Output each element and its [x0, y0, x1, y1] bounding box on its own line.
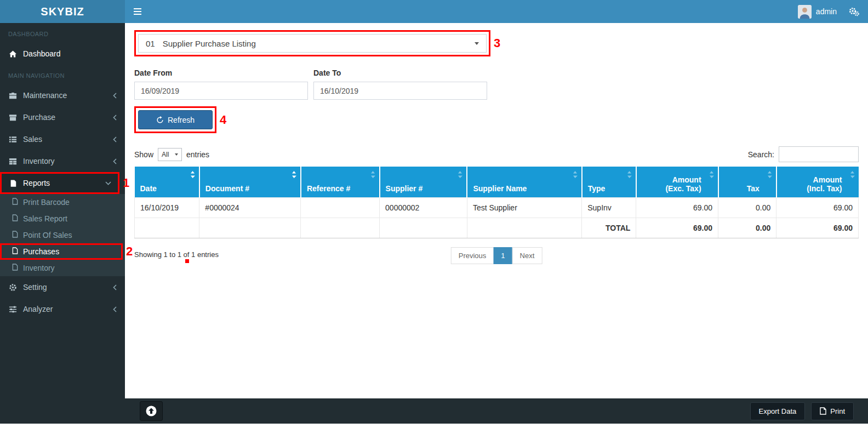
sidebar-item-reports[interactable]: Reports 1 [0, 172, 119, 194]
column-header-reference[interactable]: Reference # [301, 167, 380, 197]
submenu-item-label: Purchases [23, 247, 59, 256]
cell-type: SupInv [582, 197, 636, 218]
refresh-icon [156, 116, 164, 124]
chevron-left-icon [113, 284, 117, 290]
sidebar-item-sales[interactable]: Sales [0, 128, 125, 150]
caret-down-icon [475, 42, 479, 45]
username-label: admin [816, 7, 837, 16]
sidebar-item-maintenance[interactable]: Maintenance [0, 84, 125, 106]
show-label: Show [134, 150, 153, 159]
annotation-number-4: 4 [220, 114, 226, 126]
sidebar-item-inventory[interactable]: Inventory [0, 150, 125, 172]
chevron-left-icon [113, 158, 117, 164]
export-data-button[interactable]: Export Data [750, 402, 806, 420]
scroll-top-button[interactable] [140, 401, 163, 421]
submenu-item-print-barcode[interactable]: Print Barcode [0, 194, 125, 210]
sort-icon [767, 171, 772, 178]
chevron-left-icon [113, 306, 117, 312]
search-group: Search: [748, 146, 859, 162]
user-menu[interactable]: admin [795, 0, 840, 23]
submenu-item-sales-report[interactable]: Sales Report [0, 210, 125, 227]
submenu-item-point-of-sales[interactable]: Point Of Sales [0, 227, 125, 243]
navbar-right: admin [795, 0, 868, 23]
column-header-supplier-name[interactable]: Supplier Name [467, 167, 581, 197]
sidebar-item-label: Sales [23, 135, 42, 144]
sidebar-item-dashboard[interactable]: Dashboard [0, 43, 125, 65]
entries-select[interactable]: All [158, 148, 182, 161]
navbar: admin [125, 0, 868, 23]
submenu-item-label: Point Of Sales [23, 231, 72, 239]
next-page-button[interactable]: Next [512, 247, 542, 264]
sidebar-item-setting[interactable]: Setting [0, 276, 125, 298]
sidebar-item-purchase[interactable]: Purchase [0, 106, 125, 128]
search-input[interactable] [779, 146, 859, 162]
column-header-tax[interactable]: Tax [718, 167, 776, 197]
total-amount-exc-tax: 69.00 [636, 218, 718, 238]
arrow-circle-up-icon [146, 406, 157, 416]
purchases-table: Date Document # Reference # Supplier # [134, 167, 859, 238]
sort-icon [709, 171, 714, 178]
user-avatar [798, 5, 812, 19]
report-type-select[interactable]: 01 Supplier Purchase Listing [138, 34, 487, 53]
column-header-supplier-number[interactable]: Supplier # [380, 167, 467, 197]
sidebar-toggle-button[interactable] [125, 0, 150, 23]
chevron-left-icon [113, 136, 117, 142]
gear-icon [8, 283, 18, 292]
column-header-type[interactable]: Type [582, 167, 636, 197]
total-empty-cell [301, 218, 380, 238]
date-from-input[interactable] [134, 82, 308, 100]
submenu-item-purchases[interactable]: Purchases 2 [0, 243, 123, 260]
annotation-number-1: 1 [123, 177, 129, 189]
sort-icon [190, 171, 195, 178]
page-bottom-strip [0, 424, 868, 428]
table-row[interactable]: 16/10/2019 #0000024 00000002 Test Suppli… [135, 197, 859, 218]
analyzer-icon [8, 305, 18, 313]
hamburger-icon [133, 8, 142, 15]
pdf-file-icon [820, 407, 826, 415]
column-header-amount-exc-tax[interactable]: Amount (Exc. Tax) [636, 167, 718, 197]
file-icon [12, 214, 18, 223]
previous-page-button[interactable]: Previous [451, 247, 494, 264]
date-to-input[interactable] [313, 82, 487, 100]
total-empty-cell [135, 218, 199, 238]
date-to-group: Date To [313, 69, 487, 100]
sidebar-item-analyzer[interactable]: Analyzer [0, 298, 125, 320]
sort-icon [850, 171, 855, 178]
cell-tax: 0.00 [718, 197, 776, 218]
sort-icon [458, 171, 462, 178]
column-header-amount-incl-tax[interactable]: Amount (Incl. Tax) [776, 167, 859, 197]
table-controls: Show All entries Search: [134, 146, 859, 162]
refresh-row: Refresh 4 [134, 106, 859, 133]
file-icon [12, 198, 18, 207]
date-from-group: Date From [134, 69, 308, 100]
column-header-document[interactable]: Document # [199, 167, 301, 197]
date-to-label: Date To [313, 69, 487, 77]
chevron-down-icon [105, 181, 111, 185]
maintenance-icon [8, 92, 18, 100]
file-icon [12, 247, 18, 256]
refresh-button-label: Refresh [168, 116, 195, 124]
print-button[interactable]: Print [811, 402, 854, 420]
column-header-date[interactable]: Date [135, 167, 199, 197]
chevron-left-icon [113, 115, 117, 121]
submenu-item-label: Print Barcode [23, 198, 70, 207]
file-icon [12, 264, 18, 272]
purchase-icon [8, 113, 18, 122]
page-1-button[interactable]: 1 [493, 247, 512, 264]
settings-menu-button[interactable] [849, 0, 859, 23]
total-empty-cell [380, 218, 467, 238]
search-label: Search: [748, 150, 774, 159]
cell-document: #0000024 [199, 197, 301, 218]
submenu-item-label: Inventory [23, 264, 55, 272]
sidebar-item-label: Purchase [23, 113, 55, 122]
cell-date: 16/10/2019 [135, 197, 199, 218]
cell-amount-incl-tax: 69.00 [776, 197, 859, 218]
home-icon [8, 50, 18, 58]
sort-icon [292, 171, 296, 178]
sidebar: DASHBOARD Dashboard MAIN NAVIGATION Main… [0, 23, 125, 424]
annotation-number-2: 2 [126, 246, 133, 258]
submenu-item-inventory[interactable]: Inventory [0, 260, 125, 276]
refresh-button[interactable]: Refresh [138, 110, 213, 129]
main-layout: DASHBOARD Dashboard MAIN NAVIGATION Main… [0, 23, 868, 424]
topbar: SKYBIZ admin [0, 0, 868, 23]
